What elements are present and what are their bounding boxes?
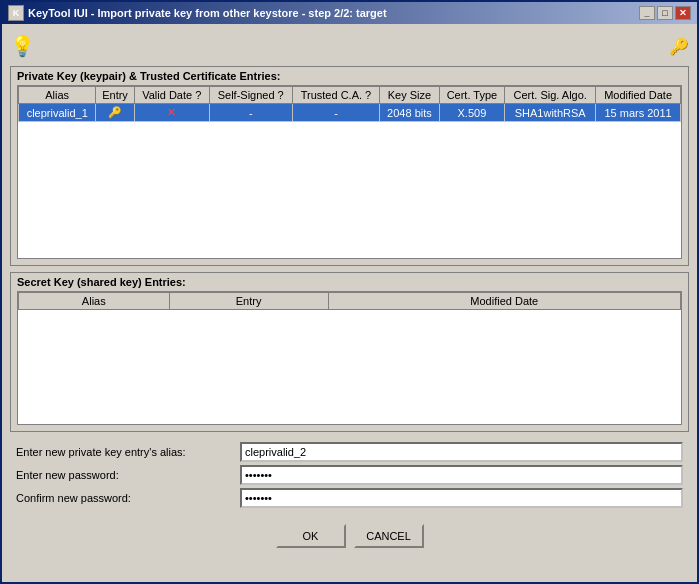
col-self-signed: Self-Signed ?: [209, 87, 292, 104]
private-key-section: Private Key (keypair) & Trusted Certific…: [10, 66, 689, 266]
alias-row: Enter new private key entry's alias:: [16, 442, 683, 462]
secret-key-header-row: Alias Entry Modified Date: [19, 293, 681, 310]
main-window: K KeyTool IUI - Import private key from …: [0, 0, 699, 584]
secret-key-section: Secret Key (shared key) Entries: Alias E…: [10, 272, 689, 432]
col-cert-type: Cert. Type: [439, 87, 505, 104]
app-icon: K: [8, 5, 24, 21]
col-modified-date: Modified Date: [596, 87, 681, 104]
buttons-row: OK CANCEL: [10, 518, 689, 552]
key-top-icon: 🔑: [669, 37, 689, 56]
cell-cert-type: X.509: [439, 104, 505, 122]
ok-button[interactable]: OK: [276, 524, 346, 548]
top-icons-row: 💡 🔑: [10, 32, 689, 60]
col-key-size: Key Size: [380, 87, 439, 104]
secret-key-table-wrap: Alias Entry Modified Date: [17, 291, 682, 425]
password-input[interactable]: [240, 465, 683, 485]
col-entry: Entry: [96, 87, 134, 104]
private-key-title: Private Key (keypair) & Trusted Certific…: [11, 67, 688, 85]
cell-entry: 🔑: [96, 104, 134, 122]
password-row: Enter new password:: [16, 465, 683, 485]
confirm-row: Confirm new password:: [16, 488, 683, 508]
password-label: Enter new password:: [16, 469, 236, 481]
col-entry-secret: Entry: [169, 293, 328, 310]
cell-valid-date: ✕: [134, 104, 209, 122]
cancel-button[interactable]: CANCEL: [354, 524, 424, 548]
secret-key-title: Secret Key (shared key) Entries:: [11, 273, 688, 291]
cell-trusted-ca: -: [292, 104, 380, 122]
secret-key-table: Alias Entry Modified Date: [18, 292, 681, 310]
close-button[interactable]: ✕: [675, 6, 691, 20]
private-key-header-row: Alias Entry Valid Date ? Self-Signed ? T…: [19, 87, 681, 104]
table-row[interactable]: cleprivalid_1 🔑 ✕ - - 2048 bits X.509 SH…: [19, 104, 681, 122]
cell-alias: cleprivalid_1: [19, 104, 96, 122]
cell-self-signed: -: [209, 104, 292, 122]
title-bar: K KeyTool IUI - Import private key from …: [2, 2, 697, 24]
private-key-table: Alias Entry Valid Date ? Self-Signed ? T…: [18, 86, 681, 122]
col-trusted-ca: Trusted C.A. ?: [292, 87, 380, 104]
cell-cert-sig-algo: SHA1withRSA: [505, 104, 596, 122]
col-cert-sig-algo: Cert. Sig. Algo.: [505, 87, 596, 104]
cell-key-size: 2048 bits: [380, 104, 439, 122]
col-alias: Alias: [19, 87, 96, 104]
form-area: Enter new private key entry's alias: Ent…: [10, 438, 689, 512]
title-bar-buttons: _ □ ✕: [639, 6, 691, 20]
content-area: 💡 🔑 Private Key (keypair) & Trusted Cert…: [2, 24, 697, 582]
minimize-button[interactable]: _: [639, 6, 655, 20]
confirm-label: Confirm new password:: [16, 492, 236, 504]
maximize-button[interactable]: □: [657, 6, 673, 20]
alias-input[interactable]: [240, 442, 683, 462]
title-bar-left: K KeyTool IUI - Import private key from …: [8, 5, 387, 21]
col-valid-date: Valid Date ?: [134, 87, 209, 104]
private-key-table-wrap: Alias Entry Valid Date ? Self-Signed ? T…: [17, 85, 682, 259]
col-modified-date-secret: Modified Date: [328, 293, 680, 310]
bulb-icon: 💡: [10, 34, 35, 58]
window-title: KeyTool IUI - Import private key from ot…: [28, 7, 387, 19]
col-alias-secret: Alias: [19, 293, 170, 310]
cell-modified-date: 15 mars 2011: [596, 104, 681, 122]
alias-label: Enter new private key entry's alias:: [16, 446, 236, 458]
confirm-input[interactable]: [240, 488, 683, 508]
